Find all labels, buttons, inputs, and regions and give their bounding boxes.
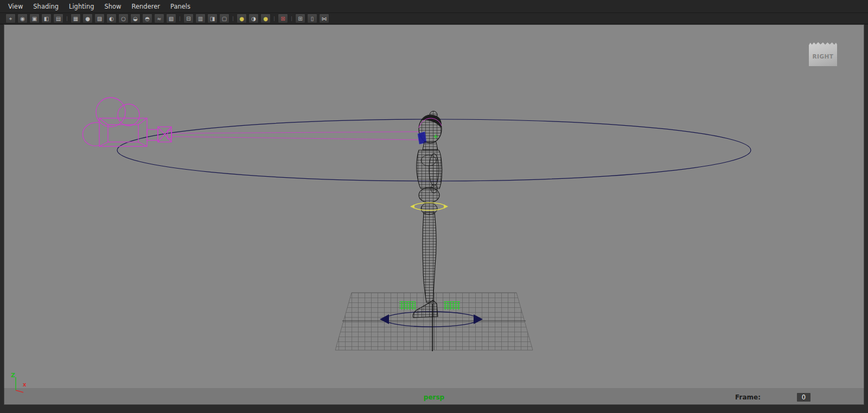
frame-hud-label: Frame: — [735, 393, 761, 401]
connections-icon[interactable]: ⋈ — [319, 14, 329, 23]
menu-renderer[interactable]: Renderer — [127, 1, 165, 12]
select-camera-icon[interactable]: ⌖ — [5, 14, 16, 23]
right-view-card[interactable]: RIGHT — [809, 41, 837, 66]
resolution-gate-icon[interactable]: ▢ — [219, 14, 229, 23]
frame-value-field[interactable]: 0 — [797, 393, 810, 402]
shadows-mode-icon[interactable]: ◒ — [130, 14, 141, 23]
isolate-select-icon[interactable]: ⊟ — [183, 14, 194, 23]
menu-panels[interactable]: Panels — [165, 1, 195, 12]
motion-blur-icon[interactable]: ≈ — [154, 14, 164, 23]
color-management-icon[interactable]: ● — [260, 14, 271, 23]
axis-up-label: Z — [11, 372, 15, 379]
menu-shading[interactable]: Shading — [28, 1, 63, 12]
x-ray-icon[interactable]: ▥ — [195, 14, 206, 23]
3d-viewport[interactable] — [4, 24, 864, 405]
separator: | — [231, 14, 235, 23]
separator: | — [272, 14, 276, 23]
default-material-icon[interactable]: ◐ — [106, 14, 117, 23]
multisample-icon[interactable]: ▧ — [166, 14, 176, 23]
paint-select-icon[interactable]: ⊠ — [278, 14, 288, 23]
smooth-shade-mode-icon[interactable]: ● — [82, 14, 93, 23]
separator: | — [178, 14, 182, 23]
gamma-icon[interactable]: ◑ — [248, 14, 259, 23]
separator: | — [65, 14, 69, 23]
field-chart-icon[interactable]: ⊞ — [295, 14, 305, 23]
wireframe-mode-icon[interactable]: ▦ — [71, 14, 81, 23]
menu-show[interactable]: Show — [100, 1, 126, 12]
right-view-card-label: RIGHT — [812, 53, 833, 60]
lock-camera-icon[interactable]: ◉ — [17, 14, 28, 23]
image-plane-icon[interactable]: ▤ — [53, 14, 63, 23]
safe-display-icon[interactable]: ▯ — [307, 14, 317, 23]
camera-name-label: persp — [424, 393, 444, 401]
menu-view[interactable]: View — [3, 1, 28, 12]
panel-menubar: ViewShadingLightingShowRendererPanels — [0, 0, 868, 13]
menu-lighting[interactable]: Lighting — [64, 1, 99, 12]
lighting-mode-icon[interactable]: ○ — [118, 14, 129, 23]
camera-attributes-icon[interactable]: ▣ — [29, 14, 40, 23]
axis-right-label: x — [23, 382, 26, 388]
exposure-icon[interactable]: ● — [237, 14, 247, 23]
textured-mode-icon[interactable]: ▨ — [94, 14, 105, 23]
separator: | — [290, 14, 293, 23]
occlusion-icon[interactable]: ◓ — [142, 14, 152, 23]
view-axis-gizmo: Z x — [7, 371, 34, 395]
gate-mask-icon[interactable]: ◨ — [207, 14, 218, 23]
bookmarks-icon[interactable]: ◧ — [41, 14, 52, 23]
panel-toolbar: ⌖◉▣◧▤|▦●▨◐○◒◓≈▧|⊟▥◨▢|●◑●|⊠|⊞▯⋈ — [0, 13, 868, 24]
